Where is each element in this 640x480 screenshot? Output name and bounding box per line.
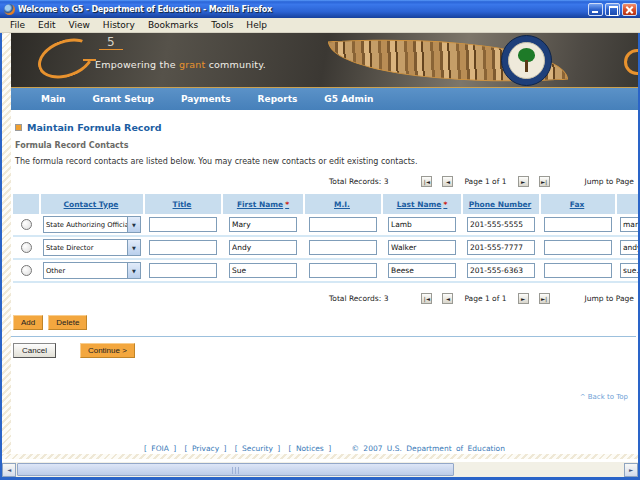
email-input[interactable] (620, 240, 638, 255)
column-header-last-name[interactable]: Last Name* (397, 200, 448, 209)
close-button[interactable] (622, 3, 637, 16)
title-input[interactable] (149, 240, 217, 255)
minimize-button[interactable] (588, 3, 603, 16)
contact-type-select[interactable]: State Director▼ (43, 239, 141, 256)
last-page-button[interactable]: ►| (539, 176, 550, 187)
horizontal-scrollbar[interactable]: ◄ ► (2, 462, 638, 477)
header-select-column (13, 194, 39, 214)
next-page-button[interactable]: ► (518, 293, 529, 304)
first-name-input[interactable] (229, 217, 297, 232)
pagination-top: Total Records: 3 |◄ ◄ Page 1 of 1 ► ►| J… (11, 173, 634, 189)
column-header-contact-type[interactable]: Contact Type (64, 200, 121, 209)
fax-input[interactable] (544, 263, 612, 278)
main-nav: Main Grant Setup Payments Reports G5 Adm… (11, 88, 638, 110)
scroll-right-button[interactable]: ► (624, 463, 638, 477)
add-button[interactable]: Add (13, 315, 43, 330)
jump-to-page-link[interactable]: Jump to Page (585, 177, 635, 186)
scroll-left-button[interactable]: ◄ (2, 463, 16, 477)
last-name-input[interactable] (388, 240, 456, 255)
contact-radio[interactable] (21, 265, 32, 276)
back-to-top-link[interactable]: ^ Back to Top (580, 393, 628, 401)
department-of-education-seal (501, 35, 552, 86)
cancel-button[interactable]: Cancel (13, 343, 56, 358)
menu-help[interactable]: Help (240, 19, 273, 31)
footer-link-security[interactable]: [ Security ] (235, 444, 280, 453)
g5-banner: 5 Empowering the grant community. (11, 33, 638, 88)
table-row: State Director▼ (13, 237, 638, 260)
menu-view[interactable]: View (63, 19, 96, 31)
copyright-text: © 2007 U.S. Department of Education (351, 444, 504, 453)
chevron-down-icon: ▼ (127, 263, 140, 278)
last-name-input[interactable] (388, 263, 456, 278)
bottom-stripe-decoration (2, 454, 638, 459)
column-header-fax[interactable]: Fax (570, 200, 587, 209)
mi-input[interactable] (309, 217, 377, 232)
phone-input[interactable] (467, 240, 535, 255)
last-name-input[interactable] (388, 217, 456, 232)
column-header-title[interactable]: Title (173, 200, 194, 209)
page-footer: [ FOIA ] [ Privacy ] [ Security ] [ Noti… (11, 444, 638, 453)
title-input[interactable] (149, 263, 217, 278)
next-page-button[interactable]: ► (518, 176, 529, 187)
last-page-button[interactable]: ►| (539, 293, 550, 304)
window-title: Welcome to G5 - Department of Education … (18, 5, 588, 14)
jump-to-page-link[interactable]: Jump to Page (585, 294, 635, 303)
column-header-mi[interactable]: M.I. (334, 200, 352, 209)
titlebar: Welcome to G5 - Department of Education … (0, 0, 640, 18)
nav-g5-admin[interactable]: G5 Admin (324, 94, 373, 104)
delete-button[interactable]: Delete (48, 315, 87, 330)
first-page-button[interactable]: |◄ (421, 176, 432, 187)
total-records-value: 3 (384, 177, 389, 186)
column-header-first-name[interactable]: First Name* (237, 200, 289, 209)
column-header-phone[interactable]: Phone Number (469, 200, 534, 209)
title-input[interactable] (149, 217, 217, 232)
seal-inner-circle (508, 42, 545, 79)
continue-button[interactable]: Continue > (80, 343, 135, 358)
first-name-input[interactable] (229, 240, 297, 255)
contact-radio[interactable] (21, 242, 32, 253)
mi-input[interactable] (309, 263, 377, 278)
contact-radio[interactable] (21, 219, 32, 230)
firefox-icon (4, 4, 15, 15)
contact-type-select[interactable]: Other▼ (43, 262, 141, 279)
nav-reports[interactable]: Reports (258, 94, 298, 104)
scrollbar-thumb[interactable] (17, 463, 454, 476)
first-name-input[interactable] (229, 263, 297, 278)
contact-type-select[interactable]: State Authorizing Official▼ (43, 216, 141, 233)
fax-input[interactable] (544, 217, 612, 232)
menu-history[interactable]: History (97, 19, 141, 31)
footer-link-notices[interactable]: [ Notices ] (289, 444, 332, 453)
fax-input[interactable] (544, 240, 612, 255)
banner-tagline: Empowering the grant community. (95, 59, 266, 70)
page-title-bullet-icon (15, 124, 22, 131)
menubar: File Edit View History Bookmarks Tools H… (0, 18, 640, 33)
g5-logo-five: 5 (107, 35, 115, 49)
left-stripe-decoration (2, 33, 11, 457)
nav-payments[interactable]: Payments (181, 94, 231, 104)
browser-window: Welcome to G5 - Department of Education … (0, 0, 640, 480)
mi-input[interactable] (309, 240, 377, 255)
prev-page-button[interactable]: ◄ (442, 293, 453, 304)
email-input[interactable] (620, 263, 638, 278)
footer-link-privacy[interactable]: [ Privacy ] (185, 444, 227, 453)
total-records-value: 3 (384, 294, 389, 303)
phone-input[interactable] (467, 263, 535, 278)
first-page-button[interactable]: |◄ (421, 293, 432, 304)
footer-link-foia[interactable]: [ FOIA ] (144, 444, 176, 453)
menu-tools[interactable]: Tools (205, 19, 239, 31)
phone-input[interactable] (467, 217, 535, 232)
menu-bookmarks[interactable]: Bookmarks (142, 19, 204, 31)
menu-edit[interactable]: Edit (32, 19, 61, 31)
nav-main[interactable]: Main (41, 94, 66, 104)
prev-page-button[interactable]: ◄ (442, 176, 453, 187)
banner-right-arc-decoration (624, 49, 638, 75)
menu-file[interactable]: File (4, 19, 31, 31)
email-input[interactable] (620, 217, 638, 232)
table-row: Other▼ (13, 260, 638, 283)
divider-line (11, 336, 636, 337)
chevron-down-icon: ▼ (127, 240, 140, 255)
section-title: Formula Record Contacts (15, 141, 638, 150)
nav-grant-setup[interactable]: Grant Setup (93, 94, 154, 104)
maximize-button[interactable] (605, 3, 620, 16)
page-indicator: Page 1 of 1 (464, 177, 506, 186)
